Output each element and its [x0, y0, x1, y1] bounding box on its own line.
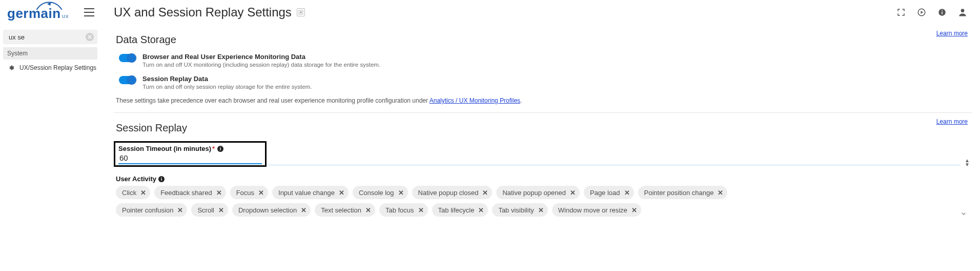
chip-remove-icon[interactable]: ✕ [398, 189, 404, 197]
sidebar-item-ux-session-replay[interactable]: UX/Session Replay Settings [3, 61, 97, 75]
chip-label: Focus [236, 189, 254, 197]
user-activity-chip[interactable]: Tab visibility✕ [492, 203, 547, 217]
chip-label: Pointer position change [644, 189, 714, 197]
chip-label: Click [122, 189, 136, 197]
brand-area: germainUX [0, 0, 100, 25]
chip-remove-icon[interactable]: ✕ [482, 189, 488, 197]
info-icon[interactable]: i [217, 146, 223, 152]
sidebar-group-label: System [7, 50, 28, 57]
chip-remove-icon[interactable]: ✕ [418, 206, 424, 214]
sidebar-group-system[interactable]: System [3, 47, 97, 60]
play-icon[interactable] [916, 7, 927, 17]
svg-rect-5 [942, 10, 943, 11]
user-activity-label: User Activity i [116, 175, 972, 183]
chip-remove-icon[interactable]: ✕ [301, 206, 307, 214]
toggle-switch[interactable] [119, 54, 135, 62]
chip-label: Text selection [321, 206, 361, 214]
info-icon[interactable] [937, 7, 947, 17]
chip-remove-icon[interactable]: ✕ [478, 206, 484, 214]
chip-remove-icon[interactable]: ✕ [339, 189, 344, 197]
session-timeout-field: Session Timeout (in minutes)* i ▲ ▼ [114, 141, 972, 168]
title-tools-icon[interactable] [297, 8, 305, 16]
brand-name: germainUX [7, 6, 69, 22]
section-title: Data Storage [116, 34, 972, 46]
stepper-down-icon[interactable]: ▼ [965, 163, 970, 167]
chip-remove-icon[interactable]: ✕ [258, 189, 264, 197]
user-activity-chip[interactable]: Native popup closed✕ [412, 186, 493, 199]
svg-rect-1 [300, 11, 302, 13]
svg-point-6 [961, 9, 965, 12]
chip-label: Window move or resize [558, 206, 627, 214]
sidebar: germainUX System UX/Session Replay Setti… [0, 0, 100, 271]
user-activity-chip[interactable]: Tab focus✕ [379, 203, 428, 217]
chip-remove-icon[interactable]: ✕ [570, 189, 576, 197]
section-session-replay: Learn more Session Replay Session Timeou… [114, 113, 972, 225]
sidebar-search-input[interactable] [8, 33, 84, 42]
brand-logo: germainUX [7, 2, 71, 23]
menu-toggle-button[interactable] [84, 6, 96, 18]
toggle-label: Browser and Real User Experience Monitor… [142, 53, 380, 61]
user-activity-chip[interactable]: Pointer position change✕ [638, 186, 728, 199]
fullscreen-icon[interactable] [896, 7, 906, 17]
section-data-storage: Learn more Data Storage Browser and Real… [114, 25, 972, 113]
session-timeout-stepper[interactable]: ▲ ▼ [963, 159, 972, 167]
chip-label: Feedback shared [160, 189, 212, 197]
chip-label: Tab lifecycle [438, 206, 475, 214]
sidebar-search[interactable] [3, 30, 97, 44]
learn-more-link[interactable]: Learn more [936, 118, 968, 125]
user-activity-chip[interactable]: Feedback shared✕ [154, 186, 226, 199]
chip-remove-icon[interactable]: ✕ [631, 206, 637, 214]
session-timeout-input[interactable] [118, 152, 262, 164]
clear-search-icon[interactable] [86, 33, 94, 41]
chip-remove-icon[interactable]: ✕ [624, 189, 630, 197]
user-activity-chip[interactable]: Dropdown selection✕ [232, 203, 311, 217]
chip-remove-icon[interactable]: ✕ [216, 189, 222, 197]
user-activity-chip[interactable]: Window move or resize✕ [552, 203, 641, 217]
user-activity-chip[interactable]: Tab lifecycle✕ [432, 203, 488, 217]
svg-rect-4 [942, 12, 943, 14]
sidebar-item-label: UX/Session Replay Settings [19, 64, 96, 71]
chip-label: Native popup closed [418, 189, 479, 197]
data-storage-note: These settings take precedence over each… [116, 97, 972, 104]
user-activity-chip[interactable]: Input value change✕ [272, 186, 349, 199]
page-title: UX and Session Replay Settings [114, 5, 292, 20]
chip-label: Scroll [197, 206, 214, 214]
user-activity-chip[interactable]: Scroll✕ [191, 203, 228, 217]
chip-label: Tab focus [385, 206, 414, 214]
toggle-desc: Turn on and off UX monitoring (including… [142, 62, 380, 68]
user-activity-chip[interactable]: Native popup opened✕ [496, 186, 580, 199]
chip-remove-icon[interactable]: ✕ [140, 189, 146, 197]
page-header: UX and Session Replay Settings [114, 0, 972, 25]
toggle-switch[interactable] [119, 76, 135, 84]
user-activity-chip[interactable]: Focus✕ [230, 186, 268, 199]
analytics-profiles-link[interactable]: Analytics / UX Monitoring Profiles [430, 97, 520, 104]
chip-label: Native popup opened [502, 189, 566, 197]
chip-label: Tab visibility [498, 206, 534, 214]
chip-remove-icon[interactable]: ✕ [718, 189, 723, 197]
chip-remove-icon[interactable]: ✕ [177, 206, 183, 214]
toggle-label: Session Replay Data [142, 75, 312, 83]
user-activity-chip[interactable]: Pointer confusion✕ [116, 203, 187, 217]
note-prefix: These settings take precedence over each… [116, 97, 430, 104]
user-activity-chip[interactable]: Page load✕ [584, 186, 634, 199]
user-activity-chip[interactable]: Click✕ [116, 186, 150, 199]
header-actions [896, 7, 972, 17]
user-icon[interactable] [957, 7, 968, 17]
section-title: Session Replay [116, 122, 972, 134]
chip-label: Console log [359, 189, 394, 197]
chip-label: Input value change [278, 189, 335, 197]
chip-label: Pointer confusion [122, 206, 173, 214]
user-activity-chip[interactable]: Console log✕ [353, 186, 408, 199]
chip-remove-icon[interactable]: ✕ [538, 206, 544, 214]
main: UX and Session Replay Settings Learn mor… [100, 0, 980, 271]
note-suffix: . [520, 97, 522, 104]
learn-more-link[interactable]: Learn more [936, 30, 968, 37]
chip-remove-icon[interactable]: ✕ [365, 206, 371, 214]
user-activity-chip[interactable]: Text selection✕ [315, 203, 375, 217]
expand-chevron-icon[interactable] [959, 209, 968, 218]
session-timeout-highlight: Session Timeout (in minutes)* i [114, 141, 267, 167]
chip-remove-icon[interactable]: ✕ [218, 206, 224, 214]
user-activity-chips: Click✕Feedback shared✕Focus✕Input value … [116, 186, 771, 217]
chip-label: Dropdown selection [238, 206, 297, 214]
info-icon[interactable]: i [158, 176, 165, 182]
